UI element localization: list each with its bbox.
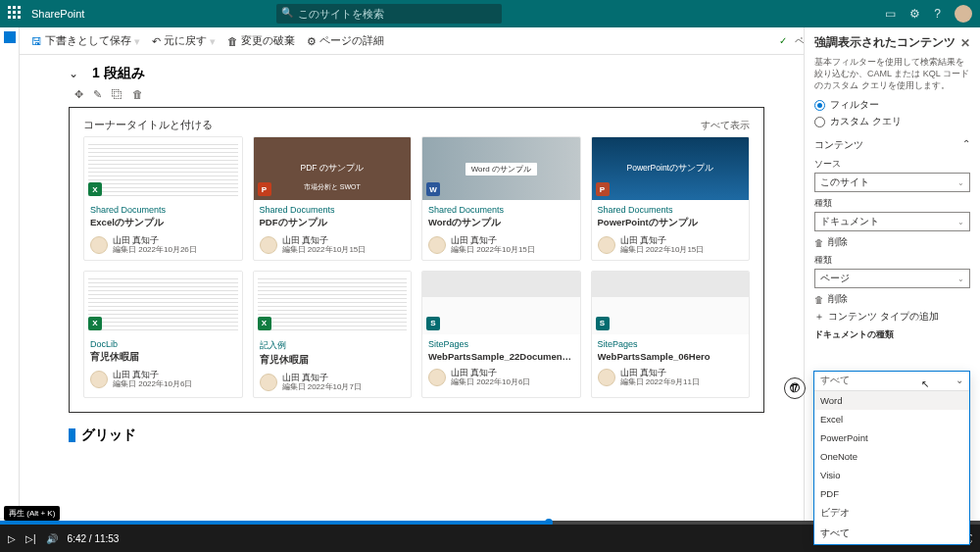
- chevron-down-icon[interactable]: ⌄: [69, 67, 78, 80]
- volume-icon[interactable]: 🔊: [46, 533, 58, 544]
- discard-button[interactable]: 🗑変更の破棄: [223, 34, 299, 48]
- card-title: Excelのサンプル: [90, 217, 236, 229]
- card-title: WebPartsSample_22DocumentLibrary: [428, 351, 574, 362]
- search-input[interactable]: [276, 4, 502, 24]
- source-select[interactable]: このサイト⌄: [814, 173, 970, 192]
- page-canvas: ⌄ 1 段組み ✥ ✎ ⿻ 🗑 コーナータイトルと付ける すべて表示 X Sha…: [20, 55, 804, 525]
- avatar: [598, 369, 615, 386]
- doctype-option[interactable]: OneNote: [814, 447, 969, 466]
- next-button[interactable]: ▷|: [25, 533, 36, 544]
- card-thumbnail: X: [84, 137, 242, 200]
- avatar: [428, 369, 446, 386]
- content-card[interactable]: Word のサンプル W Shared Documents Wordのサンプル …: [421, 136, 581, 261]
- card-author: 山田 真知子編集日 2022年10月15日: [451, 235, 535, 255]
- grid-heading: グリッド: [81, 427, 136, 444]
- doctype-option[interactable]: Excel: [814, 410, 969, 428]
- card-library: DocLib: [90, 339, 236, 349]
- custom-query-radio[interactable]: カスタム クエリ: [814, 116, 970, 128]
- card-author: 山田 真知子編集日 2022年10月6日: [451, 368, 530, 387]
- card-author: 山田 真知子編集日 2022年10月26日: [113, 235, 197, 255]
- card-thumbnail: PowerPointのサンプル P: [592, 137, 750, 200]
- card-library: 記入例: [260, 339, 406, 352]
- file-type-badge: X: [88, 317, 102, 330]
- add-content-type-button[interactable]: ＋コンテンツ タイプの追加: [814, 311, 970, 324]
- page-details-button[interactable]: ⚙ページの詳細: [303, 34, 388, 48]
- duplicate-icon[interactable]: ⿻: [112, 88, 122, 101]
- type2-label: 種類: [814, 254, 970, 267]
- highlighted-content-webpart[interactable]: コーナータイトルと付ける すべて表示 X Shared Documents Ex…: [69, 107, 764, 413]
- delete-icon[interactable]: 🗑: [132, 88, 143, 101]
- doctype-option[interactable]: ビデオ: [814, 503, 969, 524]
- accent-bar: [69, 428, 75, 442]
- undo-button[interactable]: ↶元に戻す▾: [148, 34, 220, 48]
- avatar: [90, 236, 108, 254]
- card-title: WebPartsSample_06Hero: [598, 351, 744, 362]
- cursor-icon: ↖: [921, 378, 929, 389]
- save-draft-button[interactable]: 🖫下書きとして保存▾: [27, 34, 144, 48]
- content-accordion[interactable]: コンテンツ: [814, 138, 863, 152]
- doctype-option[interactable]: PowerPoint: [814, 428, 969, 447]
- avatar[interactable]: [955, 5, 972, 23]
- content-card[interactable]: S SitePages WebPartsSample_06Hero 山田 真知子…: [591, 271, 751, 398]
- see-all-link[interactable]: すべて表示: [701, 119, 750, 132]
- avatar: [260, 236, 277, 254]
- delete-type-button[interactable]: 🗑削除: [814, 236, 970, 249]
- brand: SharePoint: [31, 8, 84, 20]
- content-card[interactable]: S SitePages WebPartsSample_22DocumentLib…: [421, 271, 581, 398]
- global-nav: SharePoint 🔍 ▭ ⚙ ?: [0, 0, 980, 27]
- content-card[interactable]: X DocLib 育児休暇届 山田 真知子編集日 2022年10月6日: [83, 271, 243, 398]
- type2-select[interactable]: ページ⌄: [814, 269, 970, 288]
- doctype-option[interactable]: Visio: [814, 466, 969, 484]
- source-label: ソース: [814, 158, 970, 171]
- doctype-option[interactable]: すべて: [814, 524, 969, 544]
- filter-radio[interactable]: フィルター: [814, 99, 970, 112]
- settings-icon[interactable]: ⚙: [909, 7, 920, 21]
- card-author: 山田 真知子編集日 2022年10月7日: [282, 373, 362, 392]
- file-type-badge: S: [596, 317, 610, 330]
- file-type-badge: S: [426, 317, 440, 330]
- card-author: 山田 真知子編集日 2022年9月11日: [620, 368, 700, 387]
- doctype-label: ドキュメントの種類: [814, 328, 970, 341]
- card-title: PDFのサンプル: [260, 217, 406, 229]
- avatar: [598, 236, 615, 254]
- content-card[interactable]: PDF のサンプル市場分析と SWOT P Shared Documents P…: [253, 136, 413, 261]
- file-type-badge: W: [426, 182, 440, 196]
- doctype-option[interactable]: Word: [814, 391, 969, 410]
- type-label: 種類: [814, 197, 970, 210]
- delete-type2-button[interactable]: 🗑削除: [814, 293, 970, 306]
- add-section-icon[interactable]: [4, 31, 16, 43]
- chevron-up-icon[interactable]: ⌃: [962, 138, 970, 152]
- content-card[interactable]: PowerPointのサンプル P Shared Documents Power…: [591, 136, 751, 261]
- check-icon: ✓: [779, 35, 787, 46]
- play-button[interactable]: ▷: [8, 533, 16, 544]
- help-icon[interactable]: ?: [934, 7, 941, 21]
- time-display: 6:42 / 11:53: [68, 533, 120, 544]
- doctype-dropdown: すべて⌄ WordExcelPowerPointOneNoteVisioPDFビ…: [813, 371, 970, 545]
- doctype-option[interactable]: PDF: [814, 484, 969, 503]
- file-type-badge: X: [258, 317, 271, 330]
- content-card[interactable]: X 記入例 育児休暇届 山田 真知子編集日 2022年10月7日: [253, 271, 413, 398]
- waffle-icon[interactable]: [8, 6, 24, 22]
- move-icon[interactable]: ✥: [74, 88, 83, 101]
- card-author: 山田 真知子編集日 2022年10月15日: [620, 235, 705, 255]
- callout-badge: ⑰: [784, 377, 806, 399]
- card-library: Shared Documents: [260, 205, 406, 215]
- webpart-title[interactable]: コーナータイトルと付ける: [83, 118, 213, 132]
- file-type-badge: X: [88, 182, 102, 196]
- card-library: Shared Documents: [598, 205, 744, 215]
- card-thumbnail: X: [254, 272, 412, 334]
- doctype-current[interactable]: すべて⌄: [814, 372, 969, 391]
- file-type-badge: P: [258, 182, 271, 196]
- play-tooltip: 再生 (Alt + K): [4, 506, 60, 521]
- panel-desc: 基本フィルターを使用して検索結果を絞り込むか、CAML または KQL コードの…: [814, 56, 970, 91]
- megaphone-icon[interactable]: ▭: [885, 7, 896, 21]
- card-thumbnail: PDF のサンプル市場分析と SWOT P: [254, 137, 412, 200]
- type-select[interactable]: ドキュメント⌄: [814, 212, 970, 231]
- content-card[interactable]: X Shared Documents Excelのサンプル 山田 真知子編集日 …: [83, 136, 243, 261]
- file-type-badge: P: [596, 182, 610, 196]
- card-author: 山田 真知子編集日 2022年10月6日: [113, 370, 192, 389]
- close-icon[interactable]: ✕: [960, 36, 970, 50]
- avatar: [428, 236, 446, 254]
- card-title: 育児休暇届: [90, 351, 236, 364]
- edit-icon[interactable]: ✎: [93, 88, 102, 101]
